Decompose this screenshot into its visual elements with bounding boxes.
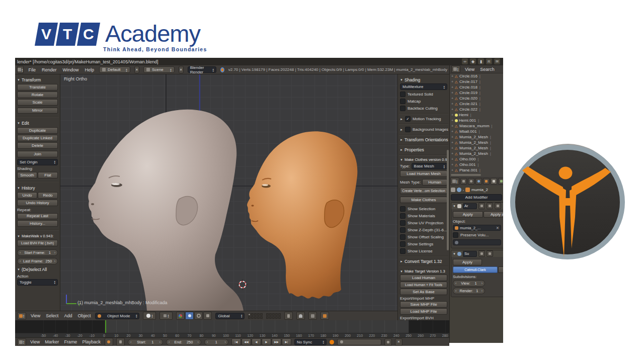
- expand-icon[interactable]: +: [451, 102, 454, 106]
- panel-make-target[interactable]: ▼Make Target Version 1.3: [400, 269, 447, 274]
- expand-icon[interactable]: +: [451, 108, 454, 111]
- panel-make-clothes[interactable]: ▼Make Clothes version 0.9: [400, 157, 447, 162]
- layer-cell[interactable]: [248, 313, 251, 316]
- outliner-item[interactable]: +△Circle.016|: [450, 73, 503, 79]
- data-tab-icon[interactable]: [498, 178, 503, 185]
- shelf-scrollbar[interactable]: [447, 150, 449, 250]
- screen-layout-selector[interactable]: Default ▴▾: [99, 66, 130, 73]
- expand-icon[interactable]: +: [451, 157, 454, 161]
- layer-cell[interactable]: [251, 316, 254, 319]
- prev-keyframe-button[interactable]: ◀◀: [242, 338, 251, 345]
- current-frame-line[interactable]: [105, 320, 106, 333]
- mail-icon[interactable]: ✉: [494, 58, 500, 64]
- add-modifier-dropdown[interactable]: Add Modifier: [451, 194, 502, 201]
- play-button[interactable]: ▶: [262, 338, 271, 345]
- delete-button[interactable]: Delete: [17, 142, 58, 149]
- panel-properties[interactable]: ►Properties: [400, 147, 447, 152]
- expand-icon[interactable]: +: [451, 135, 454, 139]
- catmull-clark-button[interactable]: Catmull-Clark: [453, 266, 498, 273]
- translate-button[interactable]: Translate: [17, 84, 58, 90]
- rotate-button[interactable]: Rotate: [17, 92, 58, 98]
- layer-cell[interactable]: [272, 313, 275, 316]
- menu-help[interactable]: Help: [84, 67, 96, 72]
- layer-cell[interactable]: [269, 313, 272, 316]
- play-reverse-button[interactable]: ◀: [252, 338, 261, 345]
- armature-name-field[interactable]: Ar: [463, 203, 477, 209]
- modifier-edit-toggle[interactable]: [495, 203, 501, 209]
- signal-icon[interactable]: ▮: [478, 58, 484, 64]
- panel-transform[interactable]: ▼Transform: [17, 77, 58, 82]
- subsurf-name-field[interactable]: Su: [463, 251, 477, 257]
- save-mhp-button[interactable]: Save MHP File: [400, 301, 447, 308]
- layer-cell[interactable]: [269, 316, 272, 319]
- manipulator-rotate-icon[interactable]: [194, 312, 203, 320]
- expand-icon[interactable]: +: [451, 80, 454, 83]
- next-keyframe-button[interactable]: ▶▶: [272, 338, 281, 345]
- layers-widget-right[interactable]: [266, 313, 281, 319]
- start-frame-field[interactable]: ‹Start Frame: 1›: [17, 249, 58, 256]
- outliner-item[interactable]: +△Circle.022|: [450, 107, 503, 112]
- set-origin-dropdown[interactable]: Set Origin▴▾: [17, 159, 58, 165]
- modifiers-tab-icon[interactable]: [491, 178, 497, 185]
- armature-object-field[interactable]: mumia_2_... ✕: [453, 225, 501, 231]
- layer-cell[interactable]: [266, 313, 269, 316]
- object-tab-icon[interactable]: [483, 178, 490, 185]
- show-option[interactable]: Show Selection: [400, 206, 447, 212]
- outliner-item[interactable]: +△Circle.018|: [450, 84, 503, 90]
- outliner-item[interactable]: +△Circle.020|: [450, 96, 503, 101]
- modifier-render-toggle[interactable]: [478, 250, 485, 257]
- expand-icon[interactable]: +: [451, 146, 454, 150]
- subsurf-view-field[interactable]: ‹View: 1›: [453, 280, 485, 287]
- preserve-volume-check[interactable]: Preserve Volu...: [453, 232, 503, 238]
- world-tab-icon[interactable]: [475, 178, 482, 185]
- scene-tab-icon[interactable]: [468, 178, 474, 185]
- record-button[interactable]: [330, 340, 334, 344]
- duplicate-button[interactable]: Duplicate: [17, 127, 58, 134]
- editor-type-button[interactable]: ▴▾: [451, 65, 460, 73]
- menu-select[interactable]: Select: [45, 313, 59, 318]
- panel-history[interactable]: ▼History: [17, 186, 58, 191]
- editor-type-button[interactable]: ▴▾: [450, 177, 459, 185]
- show-option[interactable]: Show UV Projection: [400, 220, 447, 226]
- load-human-mesh-button[interactable]: Load Human Mesh: [400, 170, 447, 177]
- expand-icon[interactable]: +: [451, 91, 454, 95]
- subsurf-apply-button[interactable]: Apply: [453, 259, 482, 265]
- editor-type-button[interactable]: ▴▾: [17, 338, 26, 346]
- mirror-button[interactable]: Mirror: [17, 108, 58, 114]
- end-field[interactable]: ‹End: 250›: [166, 339, 201, 345]
- render-engine-selector[interactable]: Blender Render ▴▾: [188, 66, 216, 73]
- load-mhp-button[interactable]: Load MHP File: [400, 308, 447, 315]
- panel-edit[interactable]: ▼Edit: [17, 121, 58, 126]
- armature-modifier-header[interactable]: ▼ Ar: [451, 203, 503, 209]
- pivot-dropdown[interactable]: ▴▾: [159, 312, 173, 320]
- smooth-button[interactable]: Smooth: [17, 172, 37, 178]
- expand-icon[interactable]: +: [451, 113, 454, 117]
- viewport-3d[interactable]: y Right Ortho (1) mumia_2_meshlab_mhBody…: [60, 74, 397, 311]
- expand-icon[interactable]: +: [451, 85, 454, 89]
- layer-cell[interactable]: [254, 313, 257, 316]
- panel-deselect-all[interactable]: ▼(De)select All: [17, 267, 58, 272]
- current-frame-field[interactable]: ‹1›: [204, 339, 228, 345]
- menu-object[interactable]: Object: [76, 313, 92, 318]
- panel-shading[interactable]: ▼Shading: [400, 77, 447, 82]
- r-icon[interactable]: R: [486, 58, 492, 64]
- insert-keyframe-button[interactable]: [384, 338, 392, 346]
- scene-close-button[interactable]: ✕: [179, 66, 184, 73]
- delete-keyframe-button[interactable]: ✕: [395, 338, 403, 346]
- outliner-scrollbar[interactable]: [451, 174, 481, 176]
- menu-render[interactable]: Render: [41, 67, 58, 72]
- layer-cell[interactable]: [257, 313, 260, 316]
- subsurf-render-field[interactable]: ‹Render: 1›: [453, 288, 485, 294]
- layer-cell[interactable]: [272, 316, 275, 319]
- human-button[interactable]: Human: [422, 179, 447, 186]
- subsurf-modifier-header[interactable]: ▼ Su: [451, 250, 503, 257]
- menu-view[interactable]: View: [30, 313, 41, 318]
- manipulator-translate-icon[interactable]: [185, 312, 194, 320]
- expand-icon[interactable]: +: [451, 168, 454, 172]
- link-icon[interactable]: ∞: [462, 58, 468, 64]
- layer-cell[interactable]: [275, 316, 278, 319]
- create-vertex-group-button[interactable]: Create Verte...om Selection: [400, 188, 447, 194]
- expand-icon[interactable]: +: [451, 130, 454, 133]
- expand-icon[interactable]: +: [451, 163, 454, 166]
- vertex-group-field[interactable]: [453, 239, 501, 245]
